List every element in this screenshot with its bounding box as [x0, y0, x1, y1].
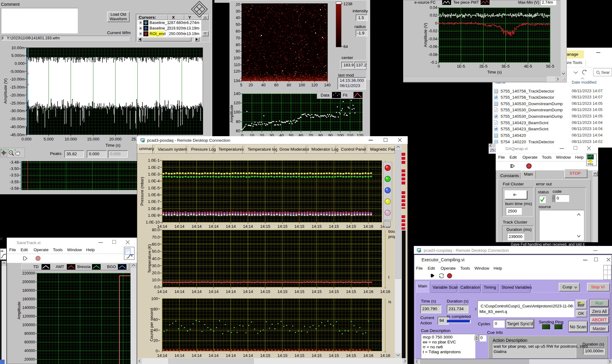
- svg-text:20.0: 20.0: [152, 271, 160, 275]
- svg-text:14:15: 14:15: [278, 353, 288, 358]
- svg-text:1.0E-10: 1.0E-10: [146, 220, 160, 224]
- svg-text:1.0E-2: 1.0E-2: [148, 165, 160, 170]
- svg-text:14:14: 14:14: [243, 224, 253, 229]
- svg-text:70.0: 70.0: [152, 235, 160, 239]
- svg-text:14:14: 14:14: [226, 224, 236, 229]
- svg-text:14:14: 14:14: [226, 353, 236, 358]
- svg-text:14:14: 14:14: [192, 353, 202, 358]
- svg-text:30.0: 30.0: [152, 263, 160, 268]
- svg-text:14:16: 14:16: [380, 353, 390, 358]
- svg-text:14:14: 14:14: [243, 289, 253, 294]
- svg-text:14:15: 14:15: [294, 224, 305, 229]
- svg-text:10.0: 10.0: [152, 278, 160, 282]
- svg-text:t: t: [388, 275, 390, 279]
- svg-text:14:15: 14:15: [312, 353, 322, 358]
- svg-text:14:16: 14:16: [363, 353, 374, 358]
- svg-text:50.0: 50.0: [152, 249, 160, 254]
- svg-text:14:15: 14:15: [329, 353, 339, 358]
- svg-text:14:15: 14:15: [278, 289, 288, 294]
- svg-text:14:14: 14:14: [157, 289, 167, 294]
- svg-text:100: 100: [151, 296, 158, 301]
- svg-text:14:14: 14:14: [226, 289, 236, 294]
- svg-text:0.0: 0.0: [154, 285, 160, 289]
- svg-text:14:14: 14:14: [174, 289, 185, 294]
- svg-text:14:15: 14:15: [260, 353, 270, 358]
- svg-text:14:14: 14:14: [192, 289, 202, 294]
- svg-text:Temperature (K): Temperature (K): [147, 244, 152, 273]
- svg-text:14:15: 14:15: [278, 224, 288, 229]
- svg-text:DAQ: DAQ: [588, 163, 593, 165]
- svg-text:Counts per second: Counts per second: [149, 308, 154, 341]
- svg-text:14:15: 14:15: [260, 289, 270, 294]
- svg-text:14:15: 14:15: [294, 289, 305, 294]
- svg-text:1.0E-3: 1.0E-3: [148, 172, 160, 176]
- svg-text:1.0E-6: 1.0E-6: [148, 192, 160, 197]
- svg-text:14:14: 14:14: [209, 353, 219, 358]
- svg-text:14:16: 14:16: [363, 289, 374, 294]
- svg-text:1.0E-9: 1.0E-9: [148, 213, 160, 218]
- svg-text:80.0: 80.0: [152, 228, 160, 232]
- svg-text:bou: bou: [388, 229, 395, 234]
- svg-text:0: 0: [156, 349, 158, 353]
- svg-text:14:15: 14:15: [312, 224, 322, 229]
- svg-text:14:15: 14:15: [346, 353, 356, 358]
- svg-text:14:14: 14:14: [157, 353, 167, 358]
- svg-text:40: 40: [154, 328, 158, 332]
- svg-text:14:15: 14:15: [260, 224, 270, 229]
- svg-text:14:16: 14:16: [363, 224, 374, 229]
- svg-text:is: is: [388, 299, 391, 304]
- svg-text:14:14: 14:14: [209, 289, 219, 294]
- svg-text:14:14: 14:14: [209, 224, 219, 229]
- svg-text:1.0E-8: 1.0E-8: [148, 206, 160, 211]
- svg-text:14:14: 14:14: [174, 353, 185, 358]
- svg-text:1.0E-5: 1.0E-5: [148, 186, 160, 190]
- svg-text:14:14: 14:14: [243, 353, 253, 358]
- svg-text:1.0E-7: 1.0E-7: [148, 199, 160, 204]
- svg-text:80: 80: [154, 307, 158, 311]
- svg-text:14:15: 14:15: [294, 353, 305, 358]
- svg-text:60: 60: [154, 317, 158, 322]
- svg-text:14:15: 14:15: [329, 224, 339, 229]
- svg-text:40.0: 40.0: [152, 256, 160, 261]
- svg-text:1.0E-1: 1.0E-1: [148, 158, 160, 163]
- svg-text:Pressure (mbar): Pressure (mbar): [140, 177, 144, 206]
- svg-text:14:14: 14:14: [192, 224, 202, 229]
- svg-text:14:16: 14:16: [380, 289, 390, 294]
- svg-text:14:15: 14:15: [346, 224, 356, 229]
- svg-text:14:15: 14:15: [329, 289, 339, 294]
- svg-text:60.0: 60.0: [152, 242, 160, 247]
- svg-text:14:15: 14:15: [346, 289, 356, 294]
- svg-text:20: 20: [154, 338, 158, 343]
- svg-text:14:15: 14:15: [312, 289, 322, 294]
- svg-text:14:14: 14:14: [174, 224, 185, 229]
- svg-text:1.0E-4: 1.0E-4: [148, 179, 160, 183]
